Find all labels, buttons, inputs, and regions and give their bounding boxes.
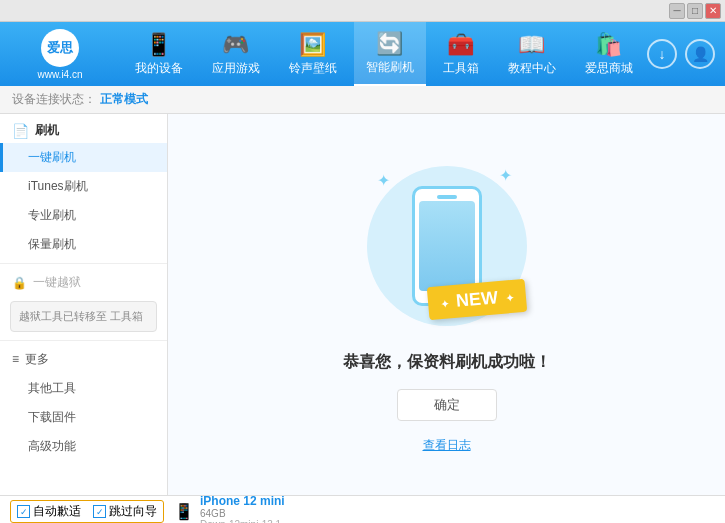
sparkle-2: ✦ [499,166,512,185]
other-tools-label: 其他工具 [28,381,76,395]
nav-label-apps-games: 应用游戏 [212,60,260,77]
user-button[interactable]: 👤 [685,39,715,69]
more-label: 更多 [25,351,49,368]
auto-connect-check-icon: ✓ [17,505,30,518]
nav-item-smart-flash[interactable]: 🔄 智能刷机 [354,22,426,86]
new-badge-text: NEW [456,287,500,311]
nav-item-toolbox[interactable]: 🧰 工具箱 [431,22,491,86]
toolbox-icon: 🧰 [447,32,474,58]
top-nav: 爱思 www.i4.cn 📱 我的设备 🎮 应用游戏 🖼️ 铃声壁纸 🔄 智能刷… [0,22,725,86]
flash-section-header: 📄 刷机 [0,114,167,143]
auto-connect-checkbox[interactable]: ✓ 自动歉适 [17,503,81,520]
sidebar-item-pro-flash[interactable]: 专业刷机 [0,201,167,230]
confirm-button[interactable]: 确定 [397,389,497,421]
sidebar-item-one-click-flash[interactable]: 一键刷机 [0,143,167,172]
sidebar-item-download-firmware[interactable]: 下载固件 [0,403,167,432]
main-content: NEW ✦ ✦ 恭喜您，保资料刷机成功啦！ 确定 查看日志 [168,114,725,495]
advanced-label: 高级功能 [28,439,76,453]
sidebar-item-other-tools[interactable]: 其他工具 [0,374,167,403]
device-storage: 64GB [200,508,285,519]
sidebar-item-save-flash[interactable]: 保量刷机 [0,230,167,259]
phone-illustration: NEW ✦ ✦ [347,156,547,336]
divider-1 [0,263,167,264]
maximize-button[interactable]: □ [687,3,703,19]
flash-section-label: 刷机 [35,122,59,139]
skip-wizard-label: 跳过向导 [109,503,157,520]
itunes-flash-label: iTunes刷机 [28,179,88,193]
download-firmware-label: 下载固件 [28,410,76,424]
device-phone-icon: 📱 [174,502,194,521]
nav-label-toolbox: 工具箱 [443,60,479,77]
title-bar: ─ □ ✕ [0,0,725,22]
skip-wizard-check-icon: ✓ [93,505,106,518]
logo-area: 爱思 www.i4.cn [0,29,120,80]
sidebar-item-itunes-flash[interactable]: iTunes刷机 [0,172,167,201]
more-section-header: ≡ 更多 [0,345,167,374]
one-click-flash-label: 一键刷机 [28,150,76,164]
pro-flash-label: 专业刷机 [28,208,76,222]
confirm-btn-label: 确定 [434,396,460,414]
status-value: 正常模式 [100,91,148,108]
main-layout: 📄 刷机 一键刷机 iTunes刷机 专业刷机 保量刷机 🔒 一键越狱 越狱工具… [0,114,725,495]
skip-wizard-checkbox[interactable]: ✓ 跳过向导 [93,503,157,520]
nav-items: 📱 我的设备 🎮 应用游戏 🖼️ 铃声壁纸 🔄 智能刷机 🧰 工具箱 📖 教程中… [120,22,647,86]
success-area: NEW ✦ ✦ 恭喜您，保资料刷机成功啦！ 确定 查看日志 [343,156,551,454]
bottom-section: ✓ 自动歉适 ✓ 跳过向导 📱 iPhone 12 mini 64GB Down… [0,495,725,523]
jailbreak-notice-text: 越狱工具已转移至 工具箱 [19,310,143,322]
nav-item-shop[interactable]: 🛍️ 爱思商城 [573,22,645,86]
tutorial-icon: 📖 [518,32,545,58]
device-details: iPhone 12 mini 64GB Down-12mini-13,1 [200,494,285,524]
nav-item-ringtone[interactable]: 🖼️ 铃声壁纸 [277,22,349,86]
nav-item-tutorial[interactable]: 📖 教程中心 [496,22,568,86]
divider-2 [0,340,167,341]
checkbox-row: ✓ 自动歉适 ✓ 跳过向导 📱 iPhone 12 mini 64GB Down… [0,496,725,523]
nav-label-smart-flash: 智能刷机 [366,59,414,76]
nav-label-tutorial: 教程中心 [508,60,556,77]
jailbreak-notice: 越狱工具已转移至 工具箱 [10,301,157,332]
phone-screen [419,201,475,291]
more-icon: ≡ [12,352,19,366]
logo-subtext: www.i4.cn [37,69,82,80]
jailbreak-section-header: 🔒 一键越狱 [0,268,167,297]
ringtone-icon: 🖼️ [299,32,326,58]
device-firmware: Down-12mini-13,1 [200,519,285,524]
nav-label-shop: 爱思商城 [585,60,633,77]
nav-item-apps-games[interactable]: 🎮 应用游戏 [200,22,272,86]
auto-connect-label: 自动歉适 [33,503,81,520]
download-button[interactable]: ↓ [647,39,677,69]
sidebar: 📄 刷机 一键刷机 iTunes刷机 专业刷机 保量刷机 🔒 一键越狱 越狱工具… [0,114,168,495]
my-device-icon: 📱 [145,32,172,58]
status-bar: 设备连接状态： 正常模式 [0,86,725,114]
view-log-link[interactable]: 查看日志 [423,437,471,454]
phone-notch [437,195,457,199]
shop-icon: 🛍️ [595,32,622,58]
apps-games-icon: 🎮 [222,32,249,58]
sparkle-1: ✦ [377,171,390,190]
minimize-button[interactable]: ─ [669,3,685,19]
flash-section-icon: 📄 [12,123,29,139]
status-label: 设备连接状态： [12,91,96,108]
close-button[interactable]: ✕ [705,3,721,19]
jailbreak-lock-icon: 🔒 [12,276,27,290]
nav-label-ringtone: 铃声壁纸 [289,60,337,77]
nav-label-my-device: 我的设备 [135,60,183,77]
logo-icon: 爱思 [41,29,79,67]
nav-right: ↓ 👤 [647,39,725,69]
checkbox-container: ✓ 自动歉适 ✓ 跳过向导 [10,500,164,523]
save-flash-label: 保量刷机 [28,237,76,251]
success-text: 恭喜您，保资料刷机成功啦！ [343,352,551,373]
smart-flash-icon: 🔄 [376,31,403,57]
device-name: iPhone 12 mini [200,494,285,508]
jailbreak-label: 一键越狱 [33,274,81,291]
nav-item-my-device[interactable]: 📱 我的设备 [123,22,195,86]
sidebar-item-advanced[interactable]: 高级功能 [0,432,167,461]
